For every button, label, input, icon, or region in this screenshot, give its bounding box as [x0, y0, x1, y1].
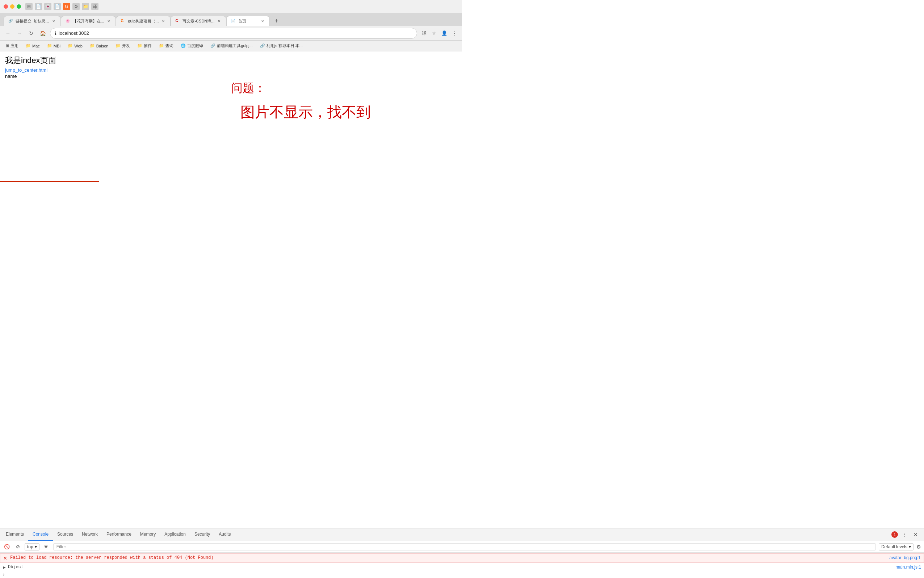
tab-favicon: 🔗	[8, 19, 13, 24]
bookmark-translate[interactable]: 🌐 百度翻译	[178, 42, 205, 49]
back-button[interactable]: ←	[3, 29, 12, 38]
bookmark-label: Baison	[96, 44, 109, 48]
tab-title: 链接提交_加快爬...	[16, 18, 49, 24]
lock-icon: ℹ	[55, 31, 57, 36]
bookmark-label: MBI	[53, 44, 61, 48]
tab-title: 【花开有期】在...	[73, 18, 104, 24]
page-heading: 我是index页面	[0, 52, 462, 67]
bookmark-label: Web	[74, 44, 82, 48]
bookmark-web[interactable]: 📁 Web	[65, 43, 84, 49]
bookmark-search[interactable]: 📁 查询	[157, 42, 176, 49]
reload-button[interactable]: ↻	[27, 29, 36, 38]
folder-icon: 📁	[26, 44, 31, 48]
address-bar[interactable]: ℹ localhost:3002	[50, 28, 417, 39]
bookmark-mbi[interactable]: 📁 MBI	[45, 43, 63, 49]
bookmark-js[interactable]: 🔗 利用js 获取本日 本...	[258, 42, 305, 49]
tab-1[interactable]: 🔗 链接提交_加快爬... ✕	[3, 16, 61, 26]
bookmark-gulp[interactable]: 🔗 前端构建工具gulpj...	[208, 42, 255, 49]
home-button[interactable]: 🏠	[38, 29, 47, 38]
translate-icon[interactable]: 译	[91, 3, 99, 10]
folder-icon: 📁	[47, 44, 52, 48]
new-tab-button[interactable]: +	[271, 16, 281, 26]
apps-icon: ⊞	[6, 44, 9, 48]
forward-button[interactable]: →	[15, 29, 24, 38]
page-problem-text: 问题：	[231, 80, 266, 96]
tab-title: gulp构建项目（...	[128, 18, 159, 24]
bookmark-label: 开发	[122, 43, 130, 49]
tab-favicon: 📄	[231, 19, 236, 24]
red-line	[0, 181, 99, 182]
bookmark-label: 查询	[165, 43, 173, 49]
page-image-error-text: 图片不显示，找不到	[240, 102, 371, 122]
folder2-icon[interactable]: 📁	[82, 3, 89, 10]
nav-bar: ← → ↻ 🏠 ℹ localhost:3002 译 ☆ 👤 ⋮	[0, 26, 462, 41]
tab-3[interactable]: G gulp构建项目（... ✕	[116, 16, 170, 26]
tab-close-icon[interactable]: ✕	[260, 19, 265, 24]
link-icon: 🔗	[210, 44, 216, 48]
bookmark-label: Mac	[32, 44, 40, 48]
maximize-button[interactable]	[17, 4, 21, 9]
tab-5[interactable]: 📄 首页 ✕	[226, 16, 270, 26]
title-bar: ⊞ 📄 👻 📄 G ⚙ 📁 译	[0, 0, 462, 13]
bookmarks-bar: ⊞ 应用 📁 Mac 📁 MBI 📁 Web 📁 Baison 📁 开发 📁 插…	[0, 41, 462, 52]
bookmark-label: 应用	[10, 43, 18, 49]
bookmark-dev[interactable]: 📁 开发	[113, 42, 132, 49]
traffic-lights	[3, 4, 21, 9]
tab-close-icon[interactable]: ✕	[217, 19, 222, 24]
bookmark-label: 利用js 获取本日 本...	[266, 43, 303, 49]
translate-icon: 🌐	[181, 44, 186, 48]
bookmark-label: 百度翻译	[187, 43, 203, 49]
link-icon: 🔗	[260, 44, 265, 48]
tab-favicon: 🌸	[65, 19, 71, 24]
translate-nav-icon[interactable]: 译	[420, 29, 428, 37]
bookmark-icon[interactable]: ☆	[430, 29, 438, 37]
tab-favicon: G	[121, 19, 126, 24]
settings-icon[interactable]: ⚙	[72, 3, 79, 10]
page-link[interactable]: jump_to_center.html	[0, 67, 462, 73]
bookmark-plugins[interactable]: 📁 插件	[135, 42, 154, 49]
ghost-icon[interactable]: 👻	[44, 3, 52, 10]
tab-close-icon[interactable]: ✕	[106, 19, 111, 24]
tab-title: 首页	[238, 18, 258, 24]
folder-icon: 📁	[115, 44, 121, 48]
bookmark-label: 前端构建工具gulpj...	[217, 43, 252, 49]
bookmark-apps[interactable]: ⊞ 应用	[3, 42, 21, 49]
folder-icon: 📁	[159, 44, 164, 48]
folder-icon: 📁	[137, 44, 142, 48]
tab-title: 写文章-CSDN博...	[183, 18, 214, 24]
url-text: localhost:3002	[58, 31, 412, 36]
page-name: name	[0, 73, 462, 80]
folder-icon: 📁	[90, 44, 95, 48]
tab-close-icon[interactable]: ✕	[161, 19, 166, 24]
tab-close-icon[interactable]: ✕	[51, 19, 56, 24]
minimize-button[interactable]	[10, 4, 15, 9]
tab-2[interactable]: 🌸 【花开有期】在... ✕	[61, 16, 116, 26]
folder-icon: 📁	[68, 44, 73, 48]
close-button[interactable]	[3, 4, 8, 9]
tabs-bar: 🔗 链接提交_加快爬... ✕ 🌸 【花开有期】在... ✕ G gulp构建项…	[0, 13, 462, 26]
bookmark-label: 插件	[144, 43, 152, 49]
menu-icon[interactable]: ⋮	[451, 29, 459, 37]
nav-right-icons: 译 ☆ 👤 ⋮	[420, 29, 459, 37]
tab-4[interactable]: C 写文章-CSDN博... ✕	[170, 16, 226, 26]
bookmark-mac[interactable]: 📁 Mac	[24, 43, 42, 49]
profile-icon[interactable]: 👤	[440, 29, 448, 37]
folder-icon[interactable]: 📄	[35, 3, 42, 10]
bookmark-baison[interactable]: 📁 Baison	[88, 43, 111, 49]
tab-favicon: C	[175, 19, 180, 24]
page-content: 我是index页面 jump_to_center.html name 问题： 图…	[0, 52, 462, 182]
grid-icon[interactable]: ⊞	[25, 3, 32, 10]
doc-icon[interactable]: 📄	[53, 3, 61, 10]
gitlab-icon[interactable]: G	[63, 3, 70, 10]
title-bar-icons: ⊞ 📄 👻 📄 G ⚙ 📁 译	[25, 3, 99, 10]
